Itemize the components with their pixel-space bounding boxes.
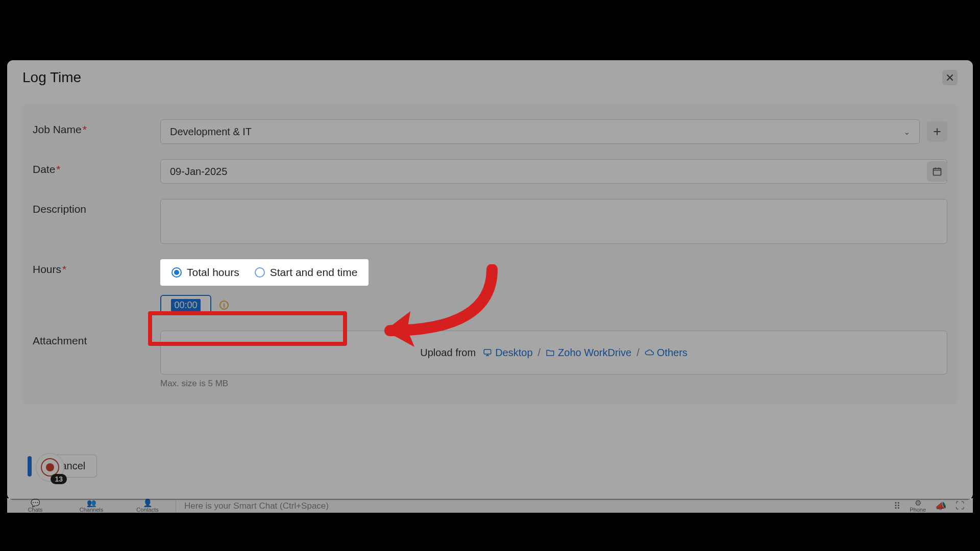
dialpad-icon[interactable]: ⠿	[894, 500, 900, 512]
save-button-edge[interactable]	[28, 456, 32, 477]
radio-start-end-time[interactable]: Start and end time	[255, 266, 358, 279]
close-icon	[945, 72, 955, 83]
date-value: 09-Jan-2025	[170, 166, 227, 178]
description-textarea[interactable]	[160, 199, 947, 244]
chat-launcher[interactable]: 13	[36, 453, 64, 482]
label-description: Description	[33, 199, 160, 215]
desktop-icon	[483, 348, 492, 357]
label-hours: Hours*	[33, 259, 160, 276]
bottombar-chats[interactable]: 💬 Chats	[7, 499, 63, 513]
modal-header: Log Time	[7, 60, 973, 92]
row-date: Date* 09-Jan-2025	[33, 159, 947, 184]
chevron-down-icon: ⌄	[903, 127, 910, 137]
label-job-name: Job Name*	[33, 119, 160, 136]
upload-others-link[interactable]: Others	[645, 347, 688, 359]
calendar-icon	[932, 166, 942, 177]
modal-title: Log Time	[22, 69, 81, 86]
plus-icon	[932, 127, 942, 137]
row-attachment: Attachment Upload from Desktop / Zoho Wo…	[33, 331, 947, 389]
log-time-modal: Log Time Job Name* Development & IT ⌄	[7, 60, 973, 500]
workdrive-icon	[546, 348, 555, 357]
job-name-value: Development & IT	[170, 126, 252, 138]
close-button[interactable]	[942, 70, 958, 85]
cloud-icon	[645, 348, 654, 357]
hours-value: 00:00	[171, 299, 200, 312]
label-date: Date*	[33, 159, 160, 176]
svg-rect-0	[934, 168, 941, 175]
row-description: Description	[33, 199, 947, 244]
calendar-button[interactable]	[927, 161, 947, 182]
svg-rect-1	[484, 349, 491, 354]
bottom-bar: 💬 Chats 👥 Channels 👤 Contacts Here is yo…	[7, 498, 973, 513]
bottombar-channels[interactable]: 👥 Channels	[63, 499, 119, 513]
gear-icon: ⚙	[915, 499, 921, 507]
row-hours: Hours* Total hours Start and end time 00…	[33, 259, 947, 315]
label-attachment: Attachment	[33, 331, 160, 347]
chat-unread-badge: 13	[51, 474, 67, 484]
upload-from-text: Upload from	[420, 347, 476, 359]
upload-dropzone[interactable]: Upload from Desktop / Zoho WorkDrive / O…	[160, 331, 947, 374]
date-input[interactable]: 09-Jan-2025	[160, 159, 947, 184]
radio-unchecked-icon	[255, 267, 265, 278]
chat-icon: 💬	[31, 499, 40, 507]
announce-icon[interactable]: 📣	[935, 500, 946, 512]
channels-icon: 👥	[87, 499, 96, 507]
smart-chat-input[interactable]: Here is your Smart Chat (Ctrl+Space)	[176, 499, 886, 513]
add-job-button[interactable]	[927, 121, 947, 142]
radio-total-hours[interactable]: Total hours	[172, 266, 239, 279]
row-job-name: Job Name* Development & IT ⌄	[33, 119, 947, 144]
hours-mode-radio-group: Total hours Start and end time	[160, 259, 369, 286]
form-card: Job Name* Development & IT ⌄ Date* 09-Ja…	[22, 104, 958, 404]
bottombar-phone[interactable]: ⚙ Phone	[910, 499, 926, 513]
upload-desktop-link[interactable]: Desktop	[483, 347, 532, 359]
job-name-select[interactable]: Development & IT ⌄	[160, 119, 920, 144]
upload-workdrive-link[interactable]: Zoho WorkDrive	[546, 347, 631, 359]
contacts-icon: 👤	[143, 499, 153, 507]
max-size-text: Max. size is 5 MB	[160, 379, 947, 389]
hours-input[interactable]: 00:00	[160, 295, 211, 315]
radio-checked-icon	[172, 267, 182, 278]
bottombar-contacts[interactable]: 👤 Contacts	[119, 499, 176, 513]
info-icon[interactable]: i	[219, 300, 229, 310]
expand-icon[interactable]: ⛶	[955, 500, 965, 511]
